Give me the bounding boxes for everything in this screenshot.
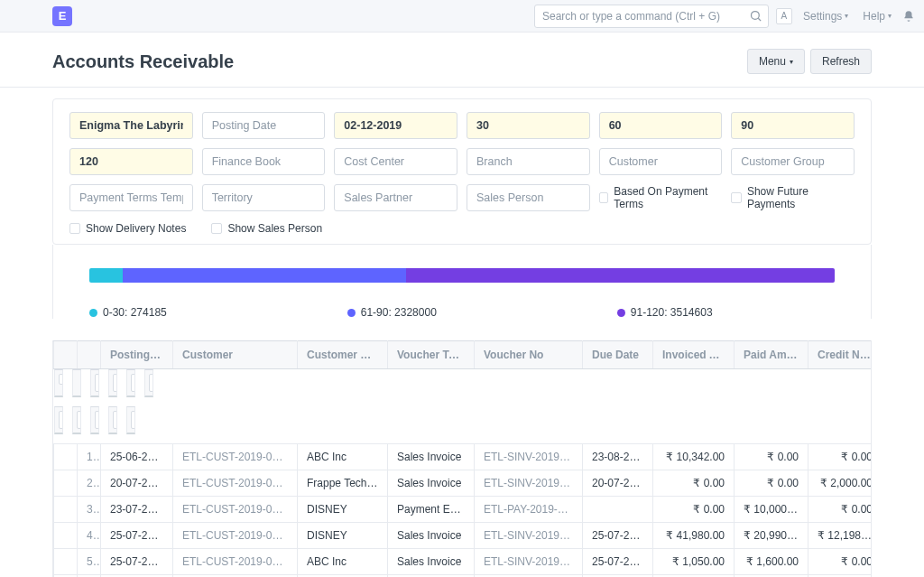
table-row[interactable]: 125-06-2019ETL-CUST-2019-00005ABC IncSal… xyxy=(54,444,872,470)
help-menu[interactable]: Help ▾ xyxy=(859,10,895,23)
legend-dot-icon xyxy=(89,309,97,317)
finance-book-field[interactable] xyxy=(202,148,326,175)
cell-due-date: 20-07-2019 xyxy=(583,470,653,497)
col-credit-note[interactable]: Credit Note xyxy=(808,341,872,369)
customer-group-field[interactable] xyxy=(731,148,855,175)
cell-voucher-no[interactable]: ETL-SINV-2019-00003 xyxy=(475,470,583,497)
based-on-payment-terms-label: Based On Payment Terms xyxy=(614,185,722,210)
legend-item-61-90: 61-90: 2328000 xyxy=(347,306,437,319)
payment-terms-template-field[interactable] xyxy=(69,184,193,211)
cell-due-date: 23-08-2019 xyxy=(583,444,653,470)
cell-paid: ₹ 20,990.00 xyxy=(735,523,808,549)
cell-customer[interactable]: ETL-CUST-2019-00002 xyxy=(173,497,298,523)
cell-due-date: 25-07-2019 xyxy=(583,549,653,575)
col-index[interactable] xyxy=(78,341,101,369)
cell-voucher-no[interactable]: ETL-PAY-2019-00002 xyxy=(475,497,583,523)
cost-center-field[interactable] xyxy=(334,148,457,175)
col-paid-amount[interactable]: Paid Amount xyxy=(735,341,808,369)
table-row[interactable]: 323-07-2019ETL-CUST-2019-00002DISNEYPaym… xyxy=(54,497,872,523)
posting-date-field[interactable] xyxy=(334,112,457,139)
page-header: Accounts Receivable Menu ▾ Refresh xyxy=(0,33,924,88)
col-invoiced-amount[interactable]: Invoiced Amou… xyxy=(653,341,735,369)
filter-voucher-type[interactable] xyxy=(149,374,153,392)
table-filter-row xyxy=(54,369,78,434)
row-checkbox[interactable] xyxy=(54,523,78,549)
row-index: 1 xyxy=(78,444,101,470)
sales-person-field[interactable] xyxy=(467,184,590,211)
col-voucher-no[interactable]: Voucher No xyxy=(475,341,583,369)
row-checkbox[interactable] xyxy=(54,470,78,497)
cell-posting-date: 23-07-2019 xyxy=(101,497,173,523)
row-checkbox[interactable] xyxy=(54,444,78,470)
cell-voucher-no[interactable]: ETL-SINV-2019-00006 xyxy=(475,549,583,575)
legend-item-0-30: 0-30: 274185 xyxy=(89,306,167,319)
show-delivery-notes-label: Show Delivery Notes xyxy=(86,222,186,235)
filter-posting-date[interactable] xyxy=(95,374,99,392)
row-checkbox[interactable] xyxy=(54,549,78,575)
show-future-payments-label: Show Future Payments xyxy=(747,185,855,210)
cell-voucher-no[interactable]: ETL-SINV-2019-00007 xyxy=(475,523,583,549)
cell-customer-name: ABC Inc xyxy=(298,549,388,575)
menu-button[interactable]: Menu ▾ xyxy=(747,49,805,74)
refresh-button[interactable]: Refresh xyxy=(810,49,872,74)
sales-partner-field[interactable] xyxy=(334,184,457,211)
cell-voucher-type: Sales Invoice xyxy=(388,523,475,549)
col-due-date[interactable]: Due Date xyxy=(583,341,653,369)
col-posting-date[interactable]: Posting D… xyxy=(101,341,173,369)
cell-customer-name: DISNEY xyxy=(298,523,388,549)
table-row[interactable]: 425-07-2019ETL-CUST-2019-00002DISNEYSale… xyxy=(54,523,872,549)
cell-posting-date: 25-07-2019 xyxy=(101,549,173,575)
filter-due-date[interactable] xyxy=(77,411,81,429)
col-customer-name[interactable]: Customer Name xyxy=(298,341,388,369)
row-index: 5 xyxy=(78,549,101,575)
filter-voucher-no[interactable] xyxy=(59,411,63,429)
show-future-payments-checkbox[interactable]: Show Future Payments xyxy=(731,184,855,211)
territory-field[interactable] xyxy=(202,184,326,211)
ageing-1-field[interactable] xyxy=(467,112,590,139)
chevron-down-icon: ▾ xyxy=(888,12,892,20)
filter-invoiced[interactable] xyxy=(95,411,99,429)
row-checkbox[interactable] xyxy=(54,497,78,523)
cell-due-date: 25-07-2019 xyxy=(583,523,653,549)
cell-customer[interactable]: ETL-CUST-2019-00005 xyxy=(173,549,298,575)
cell-customer[interactable]: ETL-CUST-2019-00001 xyxy=(173,470,298,497)
cell-customer[interactable]: ETL-CUST-2019-00002 xyxy=(173,523,298,549)
company-field[interactable] xyxy=(69,112,193,139)
checkbox-icon xyxy=(731,192,742,203)
based-on-payment-terms-checkbox[interactable]: Based On Payment Terms xyxy=(599,184,723,211)
legend-dot-icon xyxy=(347,309,356,317)
filter-customer[interactable] xyxy=(113,374,117,392)
ageing-3-field[interactable] xyxy=(731,112,855,139)
row-index: 3 xyxy=(78,497,101,523)
cell-posting-date: 25-07-2019 xyxy=(101,523,173,549)
ageing-4-field[interactable] xyxy=(69,148,193,175)
posting-date-label-field[interactable] xyxy=(202,112,326,139)
ageing-2-field[interactable] xyxy=(599,112,723,139)
cell-credit-note: ₹ 0.00 xyxy=(808,549,872,575)
customer-field[interactable] xyxy=(599,148,723,175)
cell-customer[interactable]: ETL-CUST-2019-00005 xyxy=(173,444,298,470)
select-all-checkbox[interactable] xyxy=(59,374,63,385)
avatar[interactable]: A xyxy=(776,8,792,24)
col-voucher-type[interactable]: Voucher Type xyxy=(388,341,475,369)
col-customer[interactable]: Customer xyxy=(173,341,298,369)
cell-voucher-no[interactable]: ETL-SINV-2019-00019 xyxy=(475,444,583,470)
branch-field[interactable] xyxy=(467,148,590,175)
col-checkbox[interactable] xyxy=(54,341,78,369)
show-sales-person-checkbox[interactable]: Show Sales Person xyxy=(211,222,322,235)
settings-menu[interactable]: Settings ▾ xyxy=(799,10,852,23)
table-row[interactable]: 525-07-2019ETL-CUST-2019-00005ABC IncSal… xyxy=(54,549,872,575)
show-delivery-notes-checkbox[interactable]: Show Delivery Notes xyxy=(69,222,186,235)
help-label: Help xyxy=(863,10,885,23)
settings-label: Settings xyxy=(803,10,842,23)
legend-label: 0-30: 274185 xyxy=(103,306,167,319)
bell-icon[interactable] xyxy=(902,10,915,23)
search-input[interactable] xyxy=(534,5,769,28)
filter-credit-note[interactable] xyxy=(131,411,135,429)
table-row[interactable]: 220-07-2019ETL-CUST-2019-00001Frappe Tec… xyxy=(54,470,872,497)
app-logo[interactable]: E xyxy=(52,6,72,26)
cell-customer-name: Frappe Technolo… xyxy=(298,470,388,497)
filter-paid[interactable] xyxy=(113,411,117,429)
filter-customer-name[interactable] xyxy=(131,374,135,392)
cell-customer-name: DISNEY xyxy=(298,497,388,523)
